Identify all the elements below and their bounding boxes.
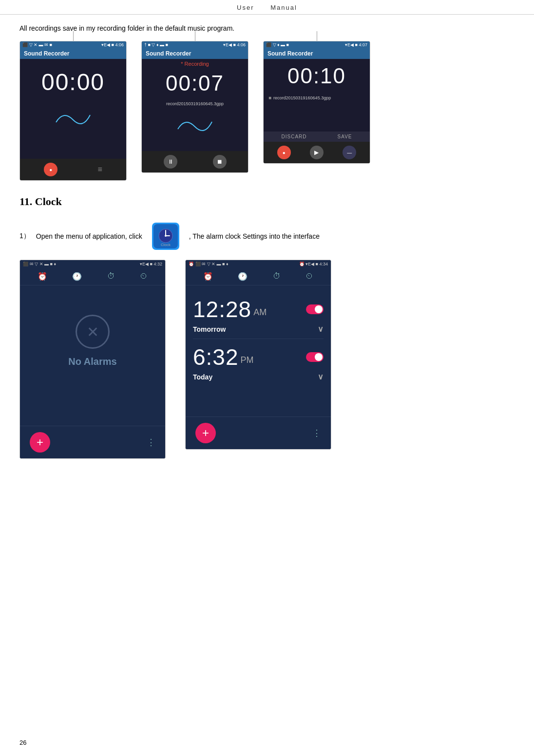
phone2-container: † ■ ▽ ♦ ▬ ■ ▾E◀ ■ 4:06 Sound Recorder * … [141, 41, 248, 173]
alarm-full-add-btn[interactable]: + [195, 423, 216, 443]
phone1-status-left: ⬛ ▽ ✕ ▬ ✉ ■ [22, 42, 52, 47]
vertical-line-3 [317, 31, 317, 41]
phone3-screen: ⬛ ▽ ♦ ▬ ■ ▾E◀ ■ 4:07 Sound Recorder 00:1… [264, 41, 370, 163]
phone2-status-left: † ■ ▽ ♦ ▬ ■ [144, 42, 168, 47]
phone2-pause-btn[interactable]: ⏸ [164, 155, 177, 169]
phone3-record-btn[interactable]: ● [277, 146, 291, 159]
phone3-filename-row: ■ record20150319160645.3gpp [264, 93, 370, 102]
alarm2-time-container: 6:32 PM [193, 344, 254, 370]
main-content: All recordings save in my recording fold… [0, 15, 534, 478]
phone3-title: Sound Recorder [264, 48, 370, 59]
alarm-full-tab-clock[interactable]: 🕐 [238, 272, 248, 281]
alarm2-day-row: Today ∨ [193, 372, 324, 381]
phone1-list-icon: ≡ [97, 165, 102, 174]
phone3-extra-btn[interactable]: — [343, 146, 356, 159]
alarm2-day: Today [193, 373, 212, 381]
waveform1-svg [54, 105, 93, 125]
phone3-screenshot: ⬛ ▽ ♦ ▬ ■ ▾E◀ ■ 4:07 Sound Recorder 00:1… [263, 41, 370, 164]
phone1-empty-space [20, 130, 126, 159]
no-alarms-text: No Alarms [68, 356, 116, 367]
alarm-empty-status: ⬛ ✉ ▽ ✕ ▬ ■ ♦ ▾E◀ ■ 4:32 [20, 260, 165, 268]
alarm-full-spacer [186, 392, 331, 416]
alarm1-day: Tomorrow [193, 325, 226, 333]
alarm-tab-timer[interactable]: ⏲ [140, 272, 148, 281]
alarm-full-status-right: ⏰ ▾E◀ ■ 4:34 [299, 262, 328, 266]
alarm2-ampm: PM [241, 355, 254, 365]
vertical-line-1 [73, 31, 74, 41]
phone2-controls: ⏸ ⏹ [142, 151, 248, 172]
alarm-full-status-left: ⏰ ⬛ ✉ ▽ ✕ ▬ ■ ♦ [189, 262, 229, 266]
vertical-line-2 [195, 31, 195, 41]
phone2-stop-btn[interactable]: ⏹ [213, 155, 227, 169]
phone3-time: 00:10 [264, 59, 370, 93]
alarm-empty-status-right: ▾E◀ ■ 4:32 [140, 262, 162, 266]
alarm1-toggle[interactable] [306, 304, 324, 314]
phone1-time: 00:00 [20, 59, 126, 100]
phones-row-2: ⬛ ✉ ▽ ✕ ▬ ■ ♦ ▾E◀ ■ 4:32 ⏰ 🕐 ⏱ ⏲ ✕ No Al… [19, 260, 515, 459]
alarm-empty-body: ✕ No Alarms [20, 285, 165, 397]
phone3-save[interactable]: SAVE [338, 134, 352, 139]
phone1-status: ⬛ ▽ ✕ ▬ ✉ ■ ▾E◀ ■ 4:06 [20, 41, 126, 48]
svg-point-4 [165, 235, 167, 237]
phone3-play-btn[interactable]: ▶ [310, 146, 324, 159]
section-heading: 11. Clock [19, 195, 515, 208]
alarm2-toggle[interactable] [306, 352, 324, 362]
header-right: Manual [270, 4, 297, 11]
waveform2-svg [175, 112, 214, 132]
phone2-waveform [142, 107, 248, 136]
phone3-discard[interactable]: DISCARD [282, 134, 307, 139]
alarm-tab-clock[interactable]: 🕐 [72, 272, 82, 281]
alarm1-time-row: 12:28 AM [193, 296, 324, 322]
step1-row: 1） Open the menu of application, click C… [19, 223, 515, 250]
phone3-filename: record20150319160645.3gpp [273, 95, 331, 100]
phone3-file-icon: ■ [268, 95, 271, 100]
step1-before: Open the menu of application, click [36, 232, 142, 240]
page-number: 26 [19, 739, 26, 746]
alarm1-ampm: AM [253, 307, 267, 318]
section-title: Clock [35, 195, 62, 208]
phone1-waveform [20, 100, 126, 130]
alarm2-time: 6:32 [193, 344, 239, 370]
alarm-full-tab-timer[interactable]: ⏲ [305, 272, 313, 281]
page-header: User Manual [0, 0, 534, 15]
alarm-full-tab-stopwatch[interactable]: ⏱ [273, 272, 281, 281]
alarm-full-body: 12:28 AM Tomorrow ∨ 6:32 [186, 285, 331, 392]
clock-app-icon[interactable]: Clock [152, 223, 179, 250]
alarm-empty-add-btn[interactable]: + [30, 432, 50, 453]
phone3-empty [264, 102, 370, 132]
phone1-record-btn[interactable]: ● [44, 163, 57, 176]
phone2-title: Sound Recorder [142, 48, 248, 59]
phone2-recording-label: * Recording [142, 59, 248, 69]
alarm-full-tab-alarm[interactable]: ⏰ [203, 272, 213, 281]
phone1-container: ⬛ ▽ ✕ ▬ ✉ ■ ▾E◀ ■ 4:06 Sound Recorder 00… [19, 41, 127, 181]
intro-text: All recordings save in my recording fold… [19, 24, 515, 32]
phone1-controls: ● ≡ [20, 159, 126, 180]
alarm2-chevron[interactable]: ∨ [318, 372, 324, 381]
step1-number: 1） [19, 232, 30, 241]
phone1-status-right: ▾E◀ ■ 4:06 [101, 42, 124, 47]
alarm-tab-alarm[interactable]: ⏰ [38, 272, 47, 281]
alarm-tab-stopwatch[interactable]: ⏱ [107, 272, 115, 281]
alarm1-time: 12:28 [193, 296, 251, 322]
alarm-empty-footer: + ⋮ [20, 426, 165, 458]
alarm-empty-dots[interactable]: ⋮ [147, 437, 155, 448]
alarm1-day-row: Tomorrow ∨ [193, 324, 324, 334]
alarm1-time-container: 12:28 AM [193, 296, 267, 322]
no-alarm-icon: ✕ [76, 315, 110, 349]
alarm-full-dots[interactable]: ⋮ [312, 428, 321, 438]
alarm-full-tabs: ⏰ 🕐 ⏱ ⏲ [186, 268, 331, 285]
phone1-screenshot: ⬛ ▽ ✕ ▬ ✉ ■ ▾E◀ ■ 4:06 Sound Recorder 00… [19, 41, 127, 181]
alarm2-time-row: 6:32 PM [193, 344, 324, 370]
alarm-full-footer: + ⋮ [186, 416, 331, 449]
alarm1-chevron[interactable]: ∨ [318, 324, 324, 334]
phone1-screen: ⬛ ▽ ✕ ▬ ✉ ■ ▾E◀ ■ 4:06 Sound Recorder 00… [20, 41, 126, 180]
svg-text:Clock: Clock [161, 243, 171, 247]
phone3-status: ⬛ ▽ ♦ ▬ ■ ▾E◀ ■ 4:07 [264, 41, 370, 48]
phone2-filename: record20150319160645.3gpp [142, 100, 248, 107]
header-left: User [237, 4, 254, 11]
phone3-container: ⬛ ▽ ♦ ▬ ■ ▾E◀ ■ 4:07 Sound Recorder 00:1… [263, 41, 370, 164]
alarm-entry-1: 12:28 AM Tomorrow ∨ [193, 291, 324, 339]
phone3-discard-save: DISCARD SAVE [264, 132, 370, 142]
clock-icon-svg: Clock [153, 224, 178, 248]
section-number: 11. [19, 195, 32, 208]
